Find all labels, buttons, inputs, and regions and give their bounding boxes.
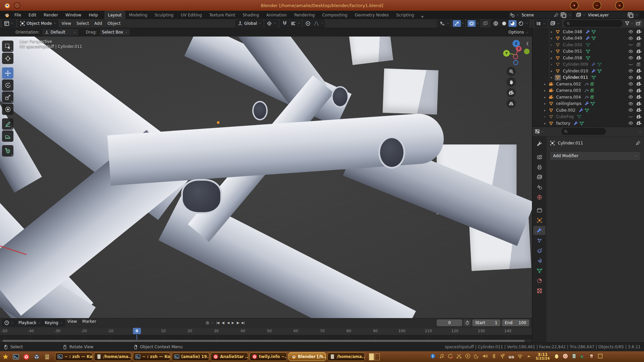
tray-info[interactable] — [430, 353, 436, 360]
workspace-tab-animation[interactable]: Animation — [263, 11, 290, 19]
gizmo-y-negative[interactable] — [524, 49, 530, 54]
play-reverse-button[interactable]: ◀ — [226, 321, 230, 325]
frame-end-field[interactable]: End 100 — [502, 319, 529, 326]
tray-egg-timer[interactable] — [554, 353, 559, 360]
hide-in-viewport-icon[interactable] — [628, 75, 633, 80]
properties-search-input[interactable] — [561, 128, 606, 135]
properties-tab-output[interactable] — [533, 163, 545, 172]
snap-toggle[interactable] — [281, 20, 289, 27]
outliner-row-ceilinglamps[interactable]: ▸ceilinglamps — [532, 101, 644, 107]
snap-with-dropdown[interactable] — [289, 20, 297, 27]
hide-in-viewport-icon[interactable] — [628, 49, 633, 54]
disable-in-renders-icon[interactable] — [636, 121, 641, 126]
workspace-tab-rendering[interactable]: Rendering — [290, 11, 318, 19]
expand-arrow-icon[interactable]: ▸ — [550, 43, 553, 47]
properties-tab-texture[interactable] — [533, 286, 545, 295]
viewport-menu-object[interactable]: Object — [105, 21, 123, 26]
taskbar-window-analiestar[interactable]: AnalieStar ... — [211, 352, 248, 361]
scene-selector[interactable]: Scene — [508, 11, 573, 19]
proportional-falloff-dropdown[interactable] — [312, 20, 320, 27]
proportional-edit-toggle[interactable] — [304, 20, 312, 27]
viewport-pan-button[interactable] — [506, 77, 516, 87]
disable-in-renders-icon[interactable] — [636, 101, 641, 106]
gizmo-y-axis[interactable]: Y — [503, 50, 510, 57]
expand-arrow-icon[interactable]: ▸ — [550, 30, 553, 34]
drag-setting-dropdown[interactable]: Select Box — [99, 28, 130, 36]
frame-start-field[interactable]: Start 1 — [472, 319, 500, 326]
properties-tab-scene[interactable] — [533, 183, 545, 192]
timeline-menu-keying[interactable]: Keying — [43, 319, 65, 326]
disable-in-renders-icon[interactable] — [636, 55, 641, 60]
timeline-editor-type-button[interactable] — [2, 319, 16, 326]
tray-paint-tool[interactable] — [580, 353, 586, 360]
outliner-editor-type-button[interactable] — [534, 20, 547, 27]
outliner-row-camera-004[interactable]: ▸Camera.004 — [532, 94, 644, 101]
outliner-row-camera-003[interactable]: ▸Camera.003 — [532, 87, 644, 94]
workspace-tab-layout[interactable]: Layout — [104, 11, 125, 19]
tray-expand-arrow[interactable] — [526, 353, 532, 360]
shading-material-button[interactable] — [508, 20, 517, 27]
disable-in-renders-icon[interactable] — [636, 68, 641, 73]
outliner-row-cubefog[interactable]: ▸CubeFog — [532, 114, 644, 120]
tool-move-button[interactable] — [2, 67, 13, 79]
expand-arrow-icon[interactable]: ▸ — [543, 82, 547, 86]
workspace-tab-compositing[interactable]: Compositing — [318, 11, 351, 19]
tray-calculator[interactable] — [571, 353, 577, 360]
gizmo-x-negative[interactable] — [513, 54, 518, 59]
timeline-menu-marker[interactable]: Marker — [79, 319, 99, 326]
properties-tab-object[interactable] — [533, 216, 545, 225]
taskbar-window-home-ama[interactable]: /home/ama... — [327, 352, 365, 361]
pivot-point-dropdown[interactable] — [265, 20, 278, 27]
tray-volume[interactable] — [482, 353, 488, 360]
current-frame-field[interactable]: 0 — [437, 319, 462, 326]
new-collection-button[interactable] — [635, 20, 642, 26]
expand-arrow-icon[interactable]: ▸ — [550, 69, 553, 73]
expand-arrow-icon[interactable]: ▸ — [543, 96, 547, 99]
hide-in-viewport-icon[interactable] — [628, 108, 633, 113]
outliner-filter-dropdown[interactable] — [625, 21, 634, 26]
menu-help[interactable]: Help — [85, 11, 101, 19]
outliner-row-cube-002[interactable]: ▸Cube.002 — [532, 107, 644, 114]
shading-solid-button[interactable] — [500, 20, 508, 27]
hide-in-viewport-icon[interactable] — [628, 29, 633, 34]
launcher-archive[interactable] — [44, 353, 50, 360]
options-dropdown[interactable]: Options — [508, 30, 529, 35]
viewlayer-selector[interactable]: ViewLayer — [574, 11, 640, 19]
disable-in-renders-icon[interactable] — [636, 49, 641, 54]
disable-in-renders-icon[interactable] — [636, 62, 641, 67]
add-modifier-dropdown[interactable]: Add Modifier — [550, 152, 641, 161]
tool-transform-button[interactable] — [2, 104, 13, 115]
expand-arrow-icon[interactable]: ▸ — [550, 50, 553, 53]
workspace-tab-uv-editing[interactable]: UV Editing — [177, 11, 206, 19]
window-close-button[interactable]: × — [615, 1, 624, 10]
outliner-row-factory[interactable]: ▸factory — [532, 120, 644, 127]
orientation-setting-dropdown[interactable]: Default — [42, 28, 79, 36]
timeline-playhead[interactable]: 0 — [133, 328, 141, 334]
outliner-row-camera-002[interactable]: ▸Camera.002 — [532, 81, 644, 87]
tool-annotate-button[interactable] — [2, 118, 13, 130]
disable-in-renders-icon[interactable] — [636, 81, 641, 86]
taskbar-window-zsh-ko[interactable]: ~ : zsh — Ko... — [55, 352, 93, 361]
taskbar-window-twily-info[interactable]: twily.info ~... — [250, 352, 287, 361]
disable-in-renders-icon[interactable] — [636, 36, 641, 41]
taskbar-window-amalie-19[interactable]: (amalie) 19... — [172, 352, 209, 361]
workspace-tab-shading[interactable]: Shading — [239, 11, 263, 19]
new-viewlayer-button[interactable] — [627, 12, 634, 18]
expand-arrow-icon[interactable]: ▸ — [543, 109, 547, 112]
pin-icon[interactable] — [553, 12, 559, 18]
auto-keying-toggle[interactable] — [205, 321, 210, 325]
launcher-terminal[interactable] — [12, 353, 19, 360]
show-gizmos-toggle[interactable] — [453, 20, 461, 27]
tray-updates[interactable] — [447, 353, 453, 360]
workspace-tab-scripting[interactable]: Scripting — [392, 11, 418, 19]
timeline-ruler[interactable]: -50-40-30-20-101020304050607080901001101… — [0, 327, 532, 335]
hide-in-viewport-icon[interactable] — [628, 62, 633, 67]
window-maximize-button[interactable]: ─ — [593, 1, 601, 10]
gizmo-z-negative[interactable] — [513, 60, 518, 65]
mode-dropdown[interactable]: Object Mode — [18, 20, 58, 27]
launcher-media-reel[interactable] — [33, 353, 40, 360]
add-workspace-button[interactable]: + — [418, 14, 427, 19]
properties-options-dropdown[interactable] — [639, 130, 642, 133]
tray-clipboard[interactable] — [456, 353, 462, 360]
properties-tab-constraints[interactable] — [533, 256, 545, 265]
